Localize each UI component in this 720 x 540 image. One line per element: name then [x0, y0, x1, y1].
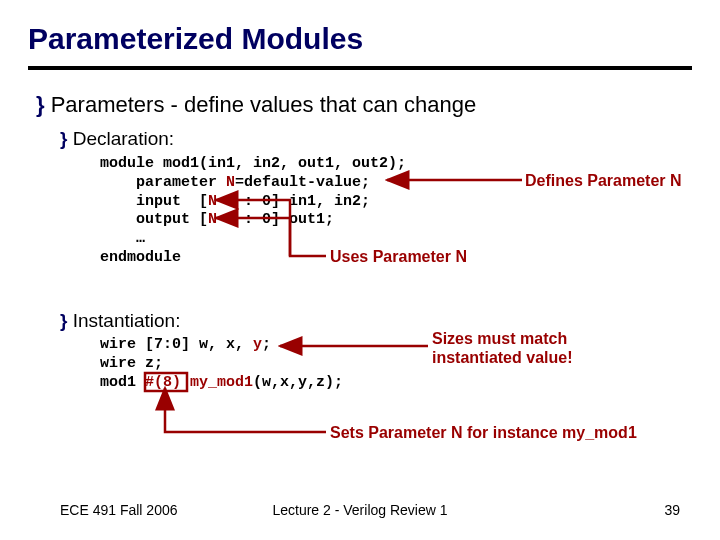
code-line: [181, 374, 190, 391]
bullet-declaration-text: Declaration:: [73, 128, 174, 149]
code-line: module mod1(in1, in2, out1, out2);: [100, 155, 406, 172]
footer-center: Lecture 2 - Verilog Review 1: [0, 502, 720, 518]
code-instantiation: wire [7:0] w, x, y; wire z; mod1 #(8) my…: [100, 336, 343, 392]
bullet-instantiation-text: Instantiation:: [73, 310, 181, 331]
code-line: input [: [100, 193, 208, 210]
code-line: parameter: [100, 174, 226, 191]
code-instance-name: my_mod1: [190, 374, 253, 391]
code-line: output [: [100, 211, 208, 228]
arrow-sets: [165, 388, 326, 432]
code-param-n: N: [208, 193, 217, 210]
footer-page-number: 39: [664, 502, 680, 518]
annotation-arrows: [0, 0, 720, 540]
code-line: wire z;: [100, 355, 163, 372]
code-line: -1 : 0] in1, in2;: [217, 193, 370, 210]
bullet-icon: }: [60, 128, 67, 149]
annotation-sizes-a: Sizes must match: [432, 330, 567, 348]
code-param-value: #(8): [145, 374, 181, 391]
code-line: -1 : 0] out1;: [217, 211, 334, 228]
bullet-icon: }: [36, 92, 45, 117]
code-line: ;: [262, 336, 271, 353]
code-line: wire [7:0] w, x,: [100, 336, 253, 353]
bullet-instantiation: } Instantiation:: [60, 310, 180, 332]
title-rule: [28, 66, 692, 70]
annotation-defines: Defines Parameter N: [525, 172, 682, 190]
code-line: =default-value;: [235, 174, 370, 191]
code-line: (w,x,y,z);: [253, 374, 343, 391]
code-param-n: N: [208, 211, 217, 228]
bullet-icon: }: [60, 310, 67, 331]
annotation-uses: Uses Parameter N: [330, 248, 467, 266]
annotation-sizes-b: instantiated value!: [432, 349, 572, 367]
bullet-declaration: } Declaration:: [60, 128, 174, 150]
code-line: mod1: [100, 374, 145, 391]
code-line: endmodule: [100, 249, 181, 266]
code-wire-y: y: [253, 336, 262, 353]
code-param-n: N: [226, 174, 235, 191]
slide: Parameterized Modules } Parameters - def…: [0, 0, 720, 540]
bullet-main: } Parameters - define values that can ch…: [36, 92, 476, 118]
code-line: …: [100, 230, 145, 247]
bullet-main-text: Parameters - define values that can chan…: [51, 92, 477, 117]
slide-title: Parameterized Modules: [28, 22, 363, 56]
annotation-sets: Sets Parameter N for instance my_mod1: [330, 424, 637, 442]
